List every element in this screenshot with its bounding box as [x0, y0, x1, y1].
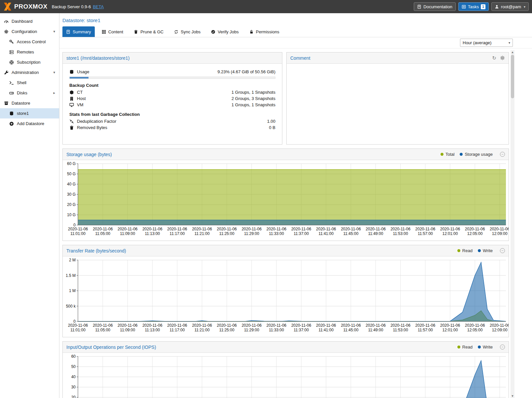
scroll-thumb[interactable]: [511, 55, 514, 98]
svg-text:1 M: 1 M: [69, 288, 76, 293]
chevron-down-icon[interactable]: ▾: [53, 29, 55, 34]
tab-content[interactable]: Content: [98, 26, 127, 37]
legend-item-write[interactable]: Write: [478, 248, 493, 253]
svg-text:2020-11-06: 2020-11-06: [167, 323, 187, 328]
chevron-down-icon[interactable]: ▾: [53, 70, 55, 75]
legend-item-read[interactable]: Read: [457, 345, 473, 349]
svg-text:11:45:00: 11:45:00: [343, 328, 359, 332]
sidebar-item-shell[interactable]: Shell: [0, 78, 59, 88]
archive-icon: [4, 101, 9, 106]
svg-text:12:01:00: 12:01:00: [443, 328, 458, 332]
sidebar-item-store1[interactable]: store1: [0, 108, 59, 118]
svg-text:2020-11-06: 2020-11-06: [68, 323, 88, 328]
sidebar-item-administration[interactable]: Administration ▾: [0, 67, 59, 78]
legend-label: Write: [483, 248, 493, 253]
user-icon: [495, 5, 499, 9]
svg-text:11:37:00: 11:37:00: [294, 328, 309, 332]
storage-usage-chart: 010 G20 G30 G40 G50 G60 G2020-11-0611:01…: [63, 160, 509, 241]
tab-label: Verify Jobs: [218, 29, 239, 34]
server-icon: [9, 50, 14, 54]
sidebar-item-remotes[interactable]: Remotes: [0, 47, 59, 57]
beta-link[interactable]: BETA: [93, 4, 104, 9]
documentation-button[interactable]: Documentation: [414, 2, 455, 11]
svg-text:2020-11-06: 2020-11-06: [490, 323, 509, 328]
svg-text:2020-11-06: 2020-11-06: [490, 227, 509, 231]
chevron-right-icon[interactable]: ▸: [53, 91, 55, 95]
collapse-button[interactable]: −: [500, 248, 505, 253]
row-label: VM: [77, 102, 84, 107]
legend-item-read[interactable]: Read: [457, 248, 473, 253]
tab-sync-jobs[interactable]: Sync Jobs: [170, 26, 204, 37]
sidebar-item-configuration[interactable]: Configuration ▾: [0, 26, 59, 37]
collapse-button[interactable]: −: [500, 345, 505, 349]
tab-summary[interactable]: Summary: [62, 26, 95, 37]
svg-text:2020-11-06: 2020-11-06: [291, 323, 311, 328]
datastore-summary-panel: store1 (/mnt/datastores/store1) Usage 9.…: [62, 52, 282, 145]
user-menu-button[interactable]: root@pam ▾: [491, 2, 529, 11]
svg-text:20: 20: [71, 395, 76, 398]
svg-text:12:09:00: 12:09:00: [492, 231, 508, 236]
minus-icon: −: [501, 345, 503, 349]
svg-text:500 k: 500 k: [66, 304, 76, 309]
timeframe-value: Hour (average): [463, 40, 491, 45]
tab-label: Permissions: [256, 29, 279, 34]
minus-icon: −: [501, 249, 503, 252]
gear-icon: [4, 29, 9, 34]
gc-stats-heading: Stats from last Garbage Collection: [69, 112, 275, 117]
svg-text:30: 30: [71, 385, 76, 389]
legend-item-write[interactable]: Write: [478, 345, 493, 349]
tab-label: Prune & GC: [140, 29, 163, 34]
svg-text:2020-11-06: 2020-11-06: [440, 323, 460, 328]
row-label: CT: [77, 90, 83, 95]
sidebar-item-datastore[interactable]: Datastore: [0, 98, 59, 108]
svg-text:40 G: 40 G: [67, 182, 76, 186]
sidebar-item-label: Add Datastore: [17, 121, 44, 126]
collapse-button[interactable]: −: [500, 152, 505, 157]
svg-text:11:57:00: 11:57:00: [418, 231, 433, 236]
plus-circle-icon: [9, 121, 14, 126]
gear-icon[interactable]: [500, 55, 505, 60]
user-label: root@pam: [501, 4, 521, 9]
legend-dot: [441, 153, 443, 156]
svg-text:2020-11-06: 2020-11-06: [217, 323, 237, 328]
scroll-down-arrow[interactable]: ▼: [511, 394, 514, 398]
refresh-icon[interactable]: ↻: [492, 55, 497, 60]
book-icon: [66, 30, 70, 34]
row-value: 2 Groups, 3 Snapshots: [231, 96, 275, 101]
svg-text:11:01:00: 11:01:00: [70, 328, 86, 332]
sidebar-item-label: Configuration: [12, 29, 37, 34]
backup-row-ct: CT 1 Groups, 1 Snapshots: [69, 89, 275, 95]
legend-item-total[interactable]: Total: [441, 152, 454, 157]
vertical-scrollbar[interactable]: ▲ ▼: [511, 50, 514, 398]
check-circle-icon: [211, 30, 215, 34]
tab-permissions[interactable]: Permissions: [246, 26, 283, 37]
sidebar-item-add-datastore[interactable]: Add Datastore: [0, 118, 59, 129]
legend-dot: [457, 346, 460, 348]
tab-verify-jobs[interactable]: Verify Jobs: [207, 26, 242, 37]
iops-chart: 01020304050602020-11-0611:01:002020-11-0…: [63, 353, 509, 398]
compress-icon: [69, 119, 74, 124]
sidebar-item-access-control[interactable]: Access Control: [0, 37, 59, 47]
timeframe-select[interactable]: Hour (average) ▾: [460, 39, 513, 47]
svg-text:2020-11-06: 2020-11-06: [242, 227, 262, 231]
svg-text:11:01:00: 11:01:00: [70, 231, 86, 236]
svg-text:30 G: 30 G: [67, 192, 76, 197]
svg-text:11:05:00: 11:05:00: [95, 328, 110, 332]
row-value: 0 B: [269, 125, 275, 130]
sidebar-item-disks[interactable]: Disks ▸: [0, 88, 59, 98]
sidebar-item-subscription[interactable]: Subscription: [0, 57, 59, 67]
gc-row-dedup: Deduplication Factor 1.00: [69, 118, 275, 124]
lifebuoy-icon: [9, 60, 14, 65]
tasks-button[interactable]: Tasks 1: [458, 2, 489, 11]
svg-text:2 M: 2 M: [69, 258, 76, 262]
proxmox-logo: [3, 2, 12, 11]
legend-item-storage-usage[interactable]: Storage usage: [460, 152, 493, 157]
trash-icon: [134, 30, 138, 34]
sidebar-item-dashboard[interactable]: Dashboard: [0, 16, 59, 26]
svg-text:2020-11-06: 2020-11-06: [465, 323, 485, 328]
scroll-up-arrow[interactable]: ▲: [511, 50, 514, 54]
tab-prune-gc[interactable]: Prune & GC: [130, 26, 167, 37]
row-value: 1 Groups, 1 Snapshots: [231, 102, 275, 107]
svg-text:1.5 M: 1.5 M: [66, 273, 76, 278]
body-wrap: Dashboard Configuration ▾ Access Control…: [0, 13, 532, 398]
